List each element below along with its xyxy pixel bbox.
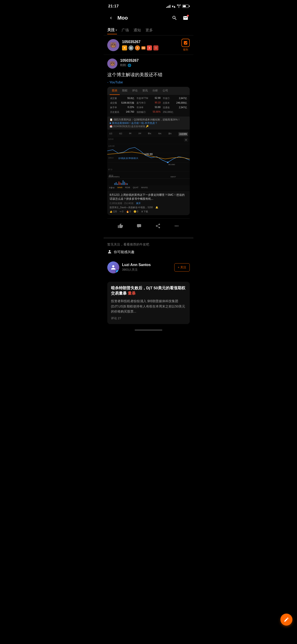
follow-button[interactable]: + 关注: [174, 263, 190, 272]
tab-notification[interactable]: 通知: [134, 26, 141, 34]
avatar: 🐻: [107, 39, 119, 51]
chart-container: 1日 5日 8K 1M 季K 年K 更K 15分钟▾ 123.8 120.90 …: [107, 130, 190, 191]
globe-icon: 🌐: [128, 64, 131, 67]
badge-red: ♦: [147, 45, 152, 50]
chart-date-start: 87.0: [109, 174, 113, 177]
stat-row: 历史最高 140.760: [109, 110, 135, 114]
stat-row: 流通值 2,547亿: [162, 106, 188, 110]
screenshot-tab-options[interactable]: 期权: [120, 87, 130, 95]
stat-label: 总股本: [163, 101, 170, 104]
post-link[interactable]: - YouTube: [107, 80, 190, 84]
share-button[interactable]: [152, 221, 164, 230]
notification-dot: [187, 15, 189, 16]
badge-gold: ★: [122, 45, 127, 50]
screenshot-caption: 8月12日 上周炒底的英伟达下一步要走到哪里？SMC！想追的话该怎么追？拼多多等…: [107, 191, 190, 215]
sign-in-button[interactable]: 签到: [182, 39, 190, 51]
screenshot-tab-comments[interactable]: 评论: [130, 87, 140, 95]
tab-bar: 关注 ▾ 广场 通知 更多: [104, 24, 194, 36]
verified-badge: V: [116, 270, 119, 274]
wifi-icon: [177, 4, 181, 8]
views: 2,163次观看: [110, 202, 122, 204]
chart-expand-icon[interactable]: [184, 138, 188, 142]
stat-value: 55.8亿: [127, 97, 134, 100]
post-avatar-image: 🐻: [107, 58, 118, 69]
stat-row: 总股本 246,000亿: [162, 101, 188, 105]
screenshot-tab-analysis[interactable]: 分析: [150, 87, 160, 95]
tab-more[interactable]: 更多: [146, 26, 153, 34]
recommended-user-card: V Luzi Ann Santos 3903人关注 + 关注: [107, 259, 190, 276]
stat-row: 256,080亿: [162, 110, 188, 114]
post-title: 这个博主解读的美股还不错: [107, 72, 190, 78]
svg-text:抄底反反弹很很大: 抄底反反弹很很大: [118, 157, 138, 160]
post-timestamp: 刚刚: [120, 63, 126, 67]
timeframe-3m[interactable]: 1M: [138, 132, 141, 136]
legend-ma: WW8: [118, 186, 122, 189]
news-card: 暗杀特朗普失败后，DjT 50美元的看涨期权交易量暴 量暴 投资者和投机者纷纷涌…: [107, 282, 190, 324]
timeframe-custom[interactable]: 15分钟▾: [178, 132, 188, 136]
news-excerpt: 投资者和投机者纷纷涌入 $特朗普媒体科技集团(DJT.US)$ 期权使持有人有权…: [111, 298, 186, 314]
top-nav: Moo: [104, 12, 194, 24]
screenshot-tab-company[interactable]: 公司: [160, 87, 170, 95]
expand-link[interactable]: 展开: [136, 202, 141, 204]
rec-followers: 3903人关注: [122, 268, 172, 272]
time-ago: 21小时前: [124, 202, 134, 204]
caption-stats: 👍 120 ↪ 0 🔥 0 😊 0 ⬇ 下载: [110, 210, 188, 213]
post-image: 图表 期权 评论 资讯 分析 公司 成交量 55.8亿 市盈率TTM 62.90…: [107, 87, 190, 215]
screenshot-tabs: 图表 期权 评论 资讯 分析 公司: [107, 87, 190, 95]
stat-row: 市值① 2,647亿: [162, 96, 188, 100]
rec-user-info: Luzi Ann Santos 3903人关注: [122, 263, 172, 272]
caption-meta: 2,163次观看 · 21小时前 展开: [110, 202, 188, 205]
search-button[interactable]: [170, 14, 179, 22]
message-button[interactable]: [182, 14, 190, 22]
home-indicator: [104, 328, 194, 332]
news-title: 暗杀特朗普失败后，DjT 50美元的看涨期权交易量暴 量暴: [111, 286, 186, 296]
like-button[interactable]: [115, 221, 126, 230]
back-button[interactable]: [107, 14, 115, 22]
user-info: 105035267 ★ ◆ ● 04 ♦ ⬡: [122, 40, 182, 50]
timeframe-ytd[interactable]: 更K: [168, 132, 172, 136]
channel-info: 股票博主_David—美股解读-中视股... 5200 🔔: [110, 206, 188, 209]
stat-label: 历史最高: [110, 110, 119, 114]
timeframe-6m[interactable]: 季K: [148, 132, 151, 136]
note-box: 📋 强烈力荐系列达：Q2财投持成本大幅化制，还能高涨26%！ ■ 英传达英传60…: [107, 116, 190, 130]
timeframe-5d[interactable]: 5日: [119, 132, 122, 136]
legend-macd: RDIB: [125, 186, 130, 189]
stat-value: 5198.68万股: [121, 101, 134, 104]
svg-point-0: [179, 7, 179, 8]
person-icon: [107, 250, 112, 255]
user-card: 🐻 105035267 ★ ◆ ● 04 ♦ ⬡ 签到: [104, 36, 194, 55]
status-time: 21:17: [108, 4, 119, 8]
more-button[interactable]: [171, 221, 182, 230]
stat-label: 流通值: [163, 106, 170, 109]
tab-following[interactable]: 关注 ▾: [107, 26, 117, 34]
stat-label: 成交额: [110, 101, 117, 104]
stat-value: 140.760: [126, 110, 134, 114]
tab-square[interactable]: 广场: [122, 26, 129, 34]
badge-silver: ◆: [128, 45, 134, 50]
stat-label: 涨跌幅①: [136, 110, 146, 114]
screenshot-tab-news[interactable]: 资讯: [140, 87, 150, 95]
signal-icon: [166, 4, 170, 8]
stat-value: 2,547亿: [179, 106, 187, 109]
stat-value: 246,000亿: [176, 101, 187, 104]
flame-stat: 🔥 0: [126, 210, 131, 213]
stat-label: 市盈率TTM: [136, 97, 148, 100]
stat-value: 55.66%: [153, 110, 160, 114]
trending-indicator: 量暴: [128, 291, 136, 296]
chart-legend: P参W WW8 RDIB QUAT MAV01: [107, 186, 190, 190]
post-container: 🐻 105035267 刚刚 🌐 这个博主解读的美股还不错 - YouTube …: [104, 55, 194, 239]
timeframe-1y[interactable]: 年K: [158, 132, 162, 136]
timeframe-1d[interactable]: 1日: [109, 132, 112, 136]
legend-price: P参W: [109, 186, 115, 189]
timeframe-1m[interactable]: 8K: [129, 132, 132, 136]
stock-stats: 成交量 55.8亿 市盈率TTM 62.90 市值① 2,647亿 成交额 51…: [107, 95, 190, 116]
comment-button[interactable]: [134, 221, 144, 230]
screenshot-tab-chart[interactable]: 图表: [110, 87, 120, 95]
stat-value: 2,647亿: [179, 97, 187, 100]
badge-04: 04: [141, 46, 146, 50]
forward-stat: ↪ 0: [120, 210, 123, 213]
down-stat: ⬇ 下载: [141, 210, 148, 213]
wifi-icon: ▾▴: [172, 4, 176, 8]
avatar-image: 🐻: [107, 39, 119, 51]
badge-orange: ●: [135, 45, 140, 50]
